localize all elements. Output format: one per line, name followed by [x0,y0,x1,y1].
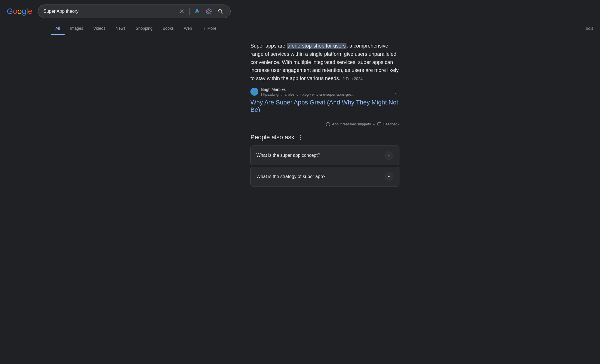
snippet-footer: About featured snippets • Feedback [250,118,399,127]
snippet-text: Super apps are a one-stop-shop for users… [250,42,399,83]
search-bar-wrapper: Super App theory [38,5,231,18]
help-icon [326,122,330,127]
nav-tabs: All Images Videos News Shopping Books We… [0,23,600,35]
source-row: BrightMarbles https://brightmarbles.io ›… [250,87,399,97]
search-bar[interactable]: Super App theory [38,5,231,18]
tab-news[interactable]: News [111,23,130,35]
clear-button[interactable] [177,7,186,16]
source-favicon [250,88,258,96]
paa-question-text-2: What is the strategy of super app? [256,174,325,179]
search-input[interactable]: Super App theory [43,9,175,14]
source-favicon-inner [252,89,257,95]
tab-more[interactable]: ⋮ More [198,23,221,35]
tab-more-label: More [207,26,216,31]
tab-shopping[interactable]: Shopping [131,23,157,35]
source-name: BrightMarbles [261,87,389,92]
footer-dot: • [373,122,375,127]
more-dots-icon: ⋮ [202,26,206,31]
paa-divider [250,166,399,166]
tab-books[interactable]: Books [158,23,178,35]
google-logo: Google [7,7,32,16]
svg-point-3 [208,10,210,12]
lens-search-button[interactable] [204,7,213,16]
paa-chevron-2 [384,172,393,181]
feedback-button[interactable]: Feedback [377,122,399,127]
tab-all[interactable]: All [51,23,65,35]
paa-question-row-1[interactable]: What is the super app concept? [251,146,399,165]
paa-question-text-1: What is the super app concept? [256,153,320,158]
snippet-text-before: Super apps are [250,43,287,49]
source-url: https://brightmarbles.io › blog › why-ar… [261,92,389,97]
svg-rect-0 [197,8,197,10]
feedback-label: Feedback [383,122,399,126]
svg-rect-1 [197,12,197,13]
feedback-icon [377,122,382,127]
search-bar-icons [177,7,225,16]
paa-item-2: What is the strategy of super app? [250,167,399,187]
tab-videos[interactable]: Videos [89,23,110,35]
paa-title: People also ask [250,134,294,141]
voice-search-button[interactable] [192,7,201,16]
main-content: Super apps are a one-stop-shop for users… [194,35,406,194]
source-info: BrightMarbles https://brightmarbles.io ›… [261,87,389,97]
paa-menu-button[interactable]: ⋮ [298,134,303,141]
svg-rect-9 [378,123,381,125]
source-menu-button[interactable]: ⋮ [392,87,399,96]
paa-item-1: What is the super app concept? [250,145,399,165]
about-featured-snippets[interactable]: About featured snippets [326,122,371,127]
result-title[interactable]: Why Are Super Apps Great (And Why They M… [250,99,399,114]
about-snippets-label: About featured snippets [332,122,371,126]
paa-header: People also ask ⋮ [250,134,399,141]
tab-web[interactable]: Web [179,23,197,35]
paa-question-row-2[interactable]: What is the strategy of super app? [251,167,399,186]
featured-snippet: Super apps are a one-stop-shop for users… [250,42,399,127]
people-also-ask-section: People also ask ⋮ What is the super app … [250,134,399,187]
header: Google Super App theory [0,0,600,23]
paa-chevron-1 [384,151,393,160]
snippet-date: 2 Feb 2024 [342,76,363,81]
search-divider [189,8,190,15]
search-submit-button[interactable] [216,7,225,16]
snippet-highlight: a one-stop-shop for users [287,43,346,49]
tab-images[interactable]: Images [66,23,88,35]
tab-tools[interactable]: Tools [577,23,600,35]
